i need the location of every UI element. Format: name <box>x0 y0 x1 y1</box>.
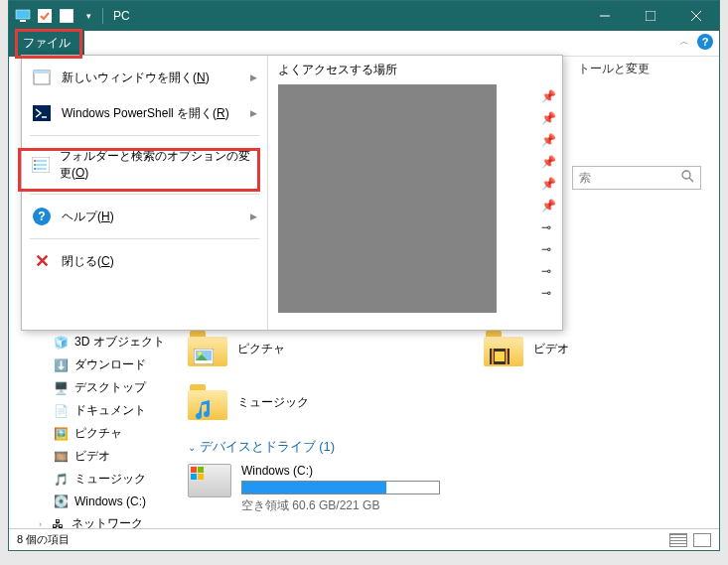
new-window-icon <box>32 68 52 87</box>
view-details-button[interactable] <box>669 533 687 547</box>
drive-name: Windows (C:) <box>241 464 440 478</box>
menu-label: ヘルプ(H) <box>62 209 114 225</box>
tree-pictures[interactable]: 🖼️ピクチャ <box>21 422 180 445</box>
pin-icon[interactable]: ⊸ <box>541 264 556 278</box>
music-folder-icon <box>188 384 227 420</box>
search-input[interactable]: 索 <box>572 166 701 190</box>
search-icon <box>681 170 694 186</box>
svg-rect-25 <box>492 349 494 364</box>
svg-rect-3 <box>60 9 73 23</box>
blank-icon[interactable] <box>57 6 76 26</box>
dropdown-icon[interactable]: ▾ <box>78 6 98 26</box>
tab-file[interactable]: ファイル <box>9 31 84 57</box>
item-count: 8 個の項目 <box>17 532 70 547</box>
svg-line-9 <box>689 178 693 182</box>
close-button[interactable] <box>673 1 719 31</box>
svg-point-18 <box>34 160 36 162</box>
svg-rect-2 <box>38 9 52 23</box>
svg-rect-30 <box>191 474 197 480</box>
pin-icon[interactable]: 📌 <box>541 111 556 125</box>
pin-icon[interactable]: ⊸ <box>541 220 556 234</box>
maximize-button[interactable] <box>628 1 673 31</box>
tree-3d-objects[interactable]: 🧊3D オブジェクト <box>21 331 180 353</box>
content-area: ピクチャ ビデオ ミュージック ⌄ デバイスとドライブ (1) Windows … <box>188 331 699 514</box>
nav-tree: 🧊3D オブジェクト ⬇️ダウンロード 🖥️デスクトップ 📄ドキュメント 🖼️ピ… <box>21 331 180 535</box>
help-icon[interactable]: ? <box>697 34 713 50</box>
pin-icon[interactable]: 📌 <box>541 133 556 147</box>
tree-music[interactable]: 🎵ミュージック <box>21 468 180 491</box>
document-icon: 📄 <box>53 403 69 419</box>
drive-icon: 💽 <box>53 494 69 509</box>
menu-close[interactable]: ✕ 閉じる(C) <box>22 243 267 279</box>
frequent-places-thumbnail <box>278 84 497 313</box>
pin-icon[interactable]: 📌 <box>541 177 556 191</box>
frequent-places-title: よくアクセスする場所 <box>278 62 552 78</box>
search-placeholder: 索 <box>579 170 591 187</box>
tree-windows-c[interactable]: 💽Windows (C:) <box>21 491 180 512</box>
pc-icon <box>13 6 33 26</box>
svg-rect-28 <box>191 467 197 473</box>
drive-usage-bar <box>241 481 440 494</box>
tree-videos[interactable]: 🎞️ビデオ <box>21 445 180 468</box>
menu-label: Windows PowerShell を開く(R) <box>62 105 229 122</box>
folder-music[interactable]: ミュージック <box>188 384 309 420</box>
chevron-right-icon: ▶ <box>250 72 257 82</box>
tree-downloads[interactable]: ⬇️ダウンロード <box>21 353 180 376</box>
folder-pictures[interactable]: ピクチャ <box>188 331 285 366</box>
svg-rect-5 <box>646 11 655 21</box>
folder-options-icon <box>32 155 50 175</box>
view-icons-button[interactable] <box>693 533 711 547</box>
videos-folder-icon <box>484 331 523 366</box>
drives-header[interactable]: ⌄ デバイスとドライブ (1) <box>188 438 699 456</box>
menu-folder-options[interactable]: フォルダーと検索のオプションの変更(O) <box>22 140 267 190</box>
music-icon: 🎵 <box>53 472 69 488</box>
drive-c-icon <box>188 464 231 497</box>
video-icon: 🎞️ <box>53 449 69 465</box>
tree-documents[interactable]: 📄ドキュメント <box>21 399 180 422</box>
pin-icon[interactable]: 📌 <box>541 89 556 103</box>
menu-powershell[interactable]: Windows PowerShell を開く(R) ▶ <box>22 95 267 131</box>
pictures-folder-icon <box>188 331 227 366</box>
svg-point-23 <box>198 352 202 355</box>
desktop-icon: 🖥️ <box>53 380 69 396</box>
tree-desktop[interactable]: 🖥️デスクトップ <box>21 376 180 399</box>
drive-windows-c[interactable]: Windows (C:) 空き領域 60.6 GB/221 GB <box>188 464 699 514</box>
chevron-right-icon: ▶ <box>250 108 257 118</box>
download-icon: ⬇️ <box>53 357 69 373</box>
menu-new-window[interactable]: 新しいウィンドウを開く(N) ▶ <box>22 60 267 95</box>
powershell-icon <box>32 103 52 123</box>
pin-icon[interactable]: 📌 <box>541 199 556 212</box>
svg-point-20 <box>34 168 36 170</box>
install-text: トールと変更 <box>570 57 719 81</box>
pin-icon[interactable]: 📌 <box>541 155 556 169</box>
titlebar: ▾ PC <box>9 1 719 31</box>
folder-videos[interactable]: ビデオ <box>484 331 569 366</box>
ribbon-tabs: ファイル ︿ ? <box>9 31 719 57</box>
svg-rect-27 <box>495 352 505 361</box>
svg-rect-31 <box>198 474 204 480</box>
svg-point-8 <box>682 171 690 179</box>
explorer-window: ▾ PC ファイル ︿ ? トールと変更 索 新しいウィンドウを開く(N) <box>8 0 720 551</box>
drive-free-text: 空き領域 60.6 GB/221 GB <box>241 497 440 514</box>
svg-rect-1 <box>20 20 26 22</box>
3d-icon: 🧊 <box>53 335 69 351</box>
svg-point-19 <box>34 164 36 166</box>
svg-rect-26 <box>506 349 508 364</box>
window-title: PC <box>113 9 582 23</box>
collapse-ribbon-icon[interactable]: ︿ <box>679 35 689 49</box>
statusbar: 8 個の項目 <box>9 528 719 550</box>
menu-label: 新しいウィンドウを開く(N) <box>62 70 210 86</box>
minimize-button[interactable] <box>582 1 628 31</box>
close-x-icon: ✕ <box>32 251 52 271</box>
picture-icon: 🖼️ <box>53 426 69 442</box>
menu-label: フォルダーと検索のオプションの変更(O) <box>60 148 257 182</box>
partial-background: トールと変更 <box>570 57 719 81</box>
pin-icon[interactable]: ⊸ <box>541 242 556 256</box>
chevron-right-icon: ▶ <box>250 212 257 221</box>
svg-rect-11 <box>34 71 50 73</box>
svg-rect-29 <box>198 467 204 473</box>
checkbox-icon[interactable] <box>35 6 55 26</box>
pin-column: 📌 📌 📌 📌 📌 📌 ⊸ ⊸ ⊸ ⊸ <box>541 89 556 300</box>
pin-icon[interactable]: ⊸ <box>541 286 556 300</box>
menu-help[interactable]: ? ヘルプ(H) ▶ <box>22 199 267 234</box>
